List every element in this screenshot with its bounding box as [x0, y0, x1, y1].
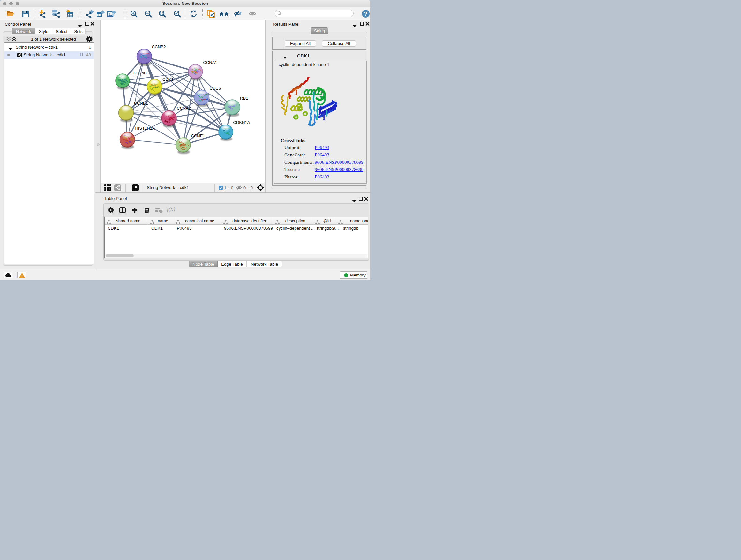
svg-text:CCNB1: CCNB1 [134, 101, 148, 106]
svg-text:CCNA2: CCNA2 [177, 106, 191, 111]
svg-text:RB1: RB1 [240, 96, 248, 101]
svg-text:?: ? [364, 11, 367, 17]
svg-text:CCNA1: CCNA1 [203, 60, 217, 65]
svg-text:CCNB2: CCNB2 [152, 44, 166, 49]
svg-text:CDC6: CDC6 [210, 86, 221, 91]
svg-text:CDK1: CDK1 [162, 77, 174, 82]
svg-text:CCNE1: CCNE1 [191, 133, 205, 138]
svg-text:HIST1H1A: HIST1H1A [135, 126, 155, 131]
svg-text:CDKN1A: CDKN1A [233, 120, 250, 125]
svg-text:CDC25B: CDC25B [131, 71, 147, 75]
